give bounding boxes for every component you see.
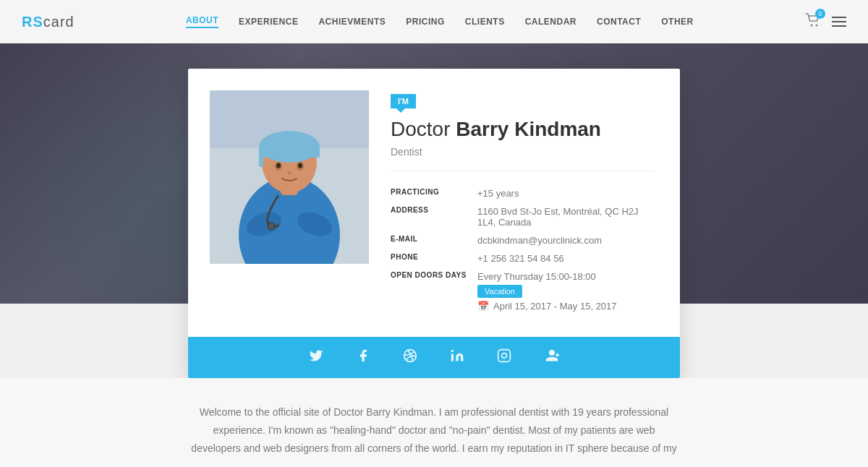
svg-point-1 — [816, 25, 818, 27]
svg-point-16 — [268, 223, 275, 230]
email-value: dcbkindman@yourclinick.com — [477, 231, 655, 249]
google-plus-icon[interactable] — [544, 348, 560, 367]
navbar: RS card ABOUT EXPERIENCE ACHIEVMENTS PRI… — [0, 0, 868, 43]
twitter-icon[interactable] — [309, 348, 323, 367]
logo-card: card — [43, 14, 75, 30]
svg-point-18 — [451, 349, 453, 351]
description-text: Welcome to the official site of Doctor B… — [188, 403, 680, 467]
social-bar — [188, 337, 680, 378]
logo: RS card — [22, 14, 75, 30]
cart-button[interactable]: 0 — [805, 13, 821, 30]
doctor-title: Dentist — [391, 146, 655, 171]
address-value: 1160 Bvd St-Jo Est, Montréal, QC H2J 1L4… — [477, 202, 655, 231]
svg-point-0 — [811, 25, 813, 27]
svg-rect-19 — [498, 349, 510, 361]
vacation-badge[interactable]: Vacation — [477, 285, 522, 298]
instagram-icon[interactable] — [497, 348, 511, 367]
description-section: Welcome to the official site of Doctor B… — [0, 378, 868, 467]
svg-rect-10 — [259, 147, 320, 158]
open-doors-label: OPEN DOORS DAYS — [391, 267, 477, 315]
nav-pricing[interactable]: PRICING — [406, 17, 445, 27]
nav-achievments[interactable]: ACHIEVMENTS — [318, 17, 386, 27]
doctor-photo — [210, 90, 369, 264]
dribbble-icon[interactable] — [403, 348, 417, 367]
cart-badge: 0 — [815, 9, 825, 19]
open-doors-value: Every Thursday 15:00-18:00 Vacation 📅 Ap… — [477, 267, 655, 315]
nav-about[interactable]: ABOUT — [186, 15, 218, 28]
profile-card: I'M Doctor Barry Kindman Dentist PRACTIC… — [188, 69, 680, 378]
nav-calendar[interactable]: CALENDAR — [525, 17, 576, 27]
phone-row: PHONE +1 256 321 54 84 56 — [391, 249, 655, 267]
phone-value: +1 256 321 54 84 56 — [477, 249, 655, 267]
card-top: I'M Doctor Barry Kindman Dentist PRACTIC… — [188, 69, 680, 337]
practicing-row: PRACTICING +15 years — [391, 184, 655, 202]
address-row: ADDRESS 1160 Bvd St-Jo Est, Montréal, QC… — [391, 202, 655, 231]
svg-rect-11 — [259, 153, 263, 167]
hamburger-menu[interactable] — [832, 17, 846, 27]
open-doors-row: OPEN DOORS DAYS Every Thursday 15:00-18:… — [391, 267, 655, 315]
vacation-dates: 📅 April 15, 2017 - May 15, 2017 — [477, 301, 655, 312]
logo-rs: RS — [22, 14, 43, 30]
email-label: E-MAIL — [391, 231, 477, 249]
email-row: E-MAIL dcbkindman@yourclinick.com — [391, 231, 655, 249]
practicing-label: PRACTICING — [391, 184, 477, 202]
doctor-name: Doctor Barry Kindman — [391, 117, 655, 142]
main-content: I'M Doctor Barry Kindman Dentist PRACTIC… — [0, 43, 868, 467]
facebook-icon[interactable] — [356, 348, 370, 367]
info-table: PRACTICING +15 years ADDRESS 1160 Bvd St… — [391, 184, 655, 315]
im-badge: I'M — [391, 94, 416, 108]
nav-links: ABOUT EXPERIENCE ACHIEVMENTS PRICING CLI… — [186, 15, 694, 28]
phone-label: PHONE — [391, 249, 477, 267]
nav-right: 0 — [805, 13, 846, 30]
svg-point-14 — [276, 163, 281, 168]
linkedin-icon[interactable] — [450, 348, 464, 367]
address-label: ADDRESS — [391, 202, 477, 231]
calendar-icon: 📅 — [477, 301, 489, 312]
card-info: I'M Doctor Barry Kindman Dentist PRACTIC… — [391, 90, 655, 315]
vacation-date-text: April 15, 2017 - May 15, 2017 — [493, 301, 617, 312]
practicing-value: +15 years — [477, 184, 655, 202]
nav-other[interactable]: OTHER — [661, 17, 694, 27]
nav-contact[interactable]: CONTACT — [597, 17, 641, 27]
nav-clients[interactable]: CLIENTS — [465, 17, 505, 27]
nav-experience[interactable]: EXPERIENCE — [239, 17, 298, 27]
svg-point-15 — [298, 163, 302, 168]
